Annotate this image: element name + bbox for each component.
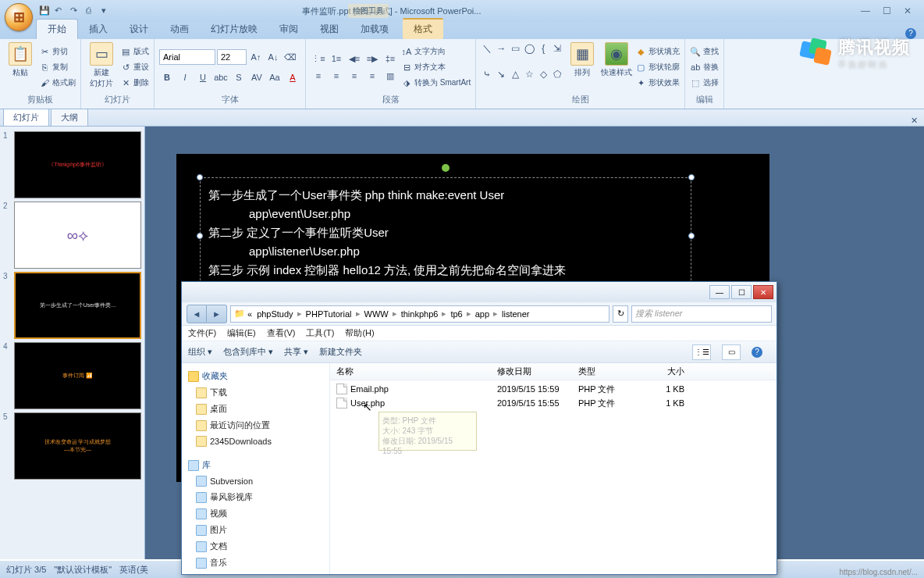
align-center-icon[interactable]: ≡ [329,68,344,84]
tab-slideshow[interactable]: 幻灯片放映 [200,20,268,39]
explorer-tree[interactable]: 收藏夹 下载 桌面 最近访问的位置 2345Downloads 库 Subver… [182,363,330,574]
replace-button[interactable]: ab替换 [690,60,719,74]
menu-edit[interactable]: 编辑(E) [227,327,256,339]
case-icon[interactable]: Aa [267,70,283,85]
resize-handle[interactable] [197,174,203,180]
print-icon[interactable]: ⎙ [86,5,97,16]
resize-handle[interactable] [197,233,203,239]
tab-view[interactable]: 视图 [309,20,350,39]
copy-button[interactable]: ⎘复制 [39,60,76,74]
tab-insert[interactable]: 插入 [78,20,119,39]
line-spacing-icon[interactable]: ‡≡ [382,51,398,66]
smartart-button[interactable]: ⬗转换为 SmartArt [401,76,471,90]
shadow-icon[interactable]: S [231,70,247,85]
new-folder-button[interactable]: 新建文件夹 [319,346,362,358]
align-left-icon[interactable]: ≡ [311,68,326,84]
search-input[interactable]: 搜索 listener [631,305,772,323]
shrink-font-icon[interactable]: A↓ [265,49,281,65]
save-icon[interactable]: 💾 [39,5,50,16]
indent-inc-icon[interactable]: ≡▶ [364,51,380,66]
file-row[interactable]: Email.php 2019/5/15 15:59 PHP 文件 1 KB [330,382,777,396]
slide-thumb-3[interactable]: 第一步生成了一个User事件类... [14,272,141,339]
undo-icon[interactable]: ↶ [55,5,66,16]
quick-styles-button[interactable]: ◉快速样式 [601,42,632,92]
menu-view[interactable]: 查看(V) [267,327,296,339]
col-name[interactable]: 名称 [330,366,491,377]
select-button[interactable]: ⬚选择 [690,76,719,90]
include-lib-button[interactable]: 包含到库中 ▾ [223,346,273,358]
find-button[interactable]: 🔍查找 [690,45,719,59]
arrange-button[interactable]: ▦排列 [567,42,598,92]
close-icon[interactable]: ✕ [904,5,912,16]
office-button[interactable]: ⊞ [5,3,33,31]
paste-button[interactable]: 📋粘贴 [5,42,36,92]
maximize-icon[interactable]: ☐ [883,5,891,16]
font-size-input[interactable] [217,49,247,65]
delete-button[interactable]: ✕删除 [120,76,149,90]
tab-format[interactable]: 格式 [403,18,443,39]
rotate-handle[interactable] [442,164,450,172]
tab-design[interactable]: 设计 [119,20,159,39]
align-text-button[interactable]: ⊟对齐文本 [401,60,471,74]
format-painter-button[interactable]: 🖌格式刷 [39,76,76,90]
qat-dropdown-icon[interactable]: ▾ [101,5,112,16]
reset-button[interactable]: ↺重设 [120,60,149,74]
breadcrumb[interactable]: 📁 « phpStudy▸ PHPTutorial▸ WWW▸ thinkphp… [230,305,609,323]
tab-home[interactable]: 开始 [36,19,78,39]
font-name-input[interactable] [159,49,215,65]
shape-outline-button[interactable]: ▢形状轮廓 [635,60,680,74]
font-color-icon[interactable]: A [285,70,300,85]
slide-thumb-2[interactable]: ∞⟡ [14,202,141,269]
col-date[interactable]: 修改日期 [491,366,572,377]
clear-format-icon[interactable]: ⌫ [283,49,298,65]
forward-button[interactable]: ► [207,305,227,323]
col-type[interactable]: 类型 [572,366,647,377]
numbering-icon[interactable]: 1≡ [329,51,344,66]
align-right-icon[interactable]: ≡ [346,68,362,84]
back-button[interactable]: ◄ [187,305,207,323]
tab-anim[interactable]: 动画 [159,20,200,39]
share-button[interactable]: 共享 ▾ [284,346,308,358]
text-direction-button[interactable]: ↕A文字方向 [401,45,471,59]
refresh-button[interactable]: ↻ [613,305,628,323]
tab-review[interactable]: 审阅 [268,20,309,39]
columns-icon[interactable]: ▥ [382,68,398,84]
panel-close-icon[interactable]: ✕ [911,116,918,126]
grow-font-icon[interactable]: A↑ [248,49,264,65]
resize-handle[interactable] [688,174,695,180]
maximize-button[interactable]: ☐ [731,285,752,299]
resize-handle[interactable] [688,233,695,239]
organize-button[interactable]: 组织 ▾ [188,346,212,358]
spacing-icon[interactable]: AV [249,70,265,85]
shape-effects-button[interactable]: ✦形状效果 [635,76,680,90]
bold-icon[interactable]: B [159,70,175,85]
strike-icon[interactable]: abc [213,70,229,85]
layout-button[interactable]: ▤版式 [120,45,149,59]
tab-addin[interactable]: 加载项 [350,20,400,39]
italic-icon[interactable]: I [177,70,193,85]
menu-tools[interactable]: 工具(T) [306,327,334,339]
slide-thumb-1[interactable]: 《Thinkphp6事件监听》 [14,131,141,198]
minimize-icon[interactable]: — [861,5,870,16]
explorer-titlebar[interactable]: — ☐ ✕ [182,282,777,302]
slide-thumb-4[interactable]: 事件订阅 📶 [14,342,141,409]
close-button[interactable]: ✕ [753,285,773,299]
redo-icon[interactable]: ↷ [70,5,81,16]
indent-dec-icon[interactable]: ◀≡ [346,51,362,66]
content-textbox[interactable]: 第一步生成了一个User事件类 php think make:event Use… [200,177,691,288]
list-header[interactable]: 名称 修改日期 类型 大小 [330,363,777,380]
col-size[interactable]: 大小 [647,366,691,377]
justify-icon[interactable]: ≡ [364,68,380,84]
help-icon[interactable]: ? [752,347,762,358]
minimize-button[interactable]: — [709,285,730,299]
menu-file[interactable]: 文件(F) [188,327,216,339]
shape-fill-button[interactable]: ◆形状填充 [635,45,680,59]
thumbnail-panel[interactable]: 1《Thinkphp6事件监听》 2∞⟡ 3第一步生成了一个User事件类...… [0,127,145,559]
bullets-icon[interactable]: ⋮≡ [311,51,326,66]
underline-icon[interactable]: U [195,70,211,85]
tab-slides[interactable]: 幻灯片 [3,109,49,126]
cut-button[interactable]: ✂剪切 [39,45,76,59]
menu-help[interactable]: 帮助(H) [345,327,374,339]
slide-thumb-5[interactable]: 技术改变命运 学习成就梦想 —本节完— [14,412,141,480]
preview-pane-button[interactable]: ▭ [722,344,741,360]
